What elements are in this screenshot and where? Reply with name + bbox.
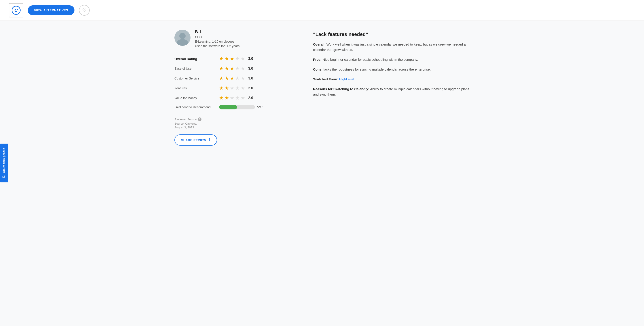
review-reasons: Reasons for Switching to Calendly: Abili… <box>313 86 470 97</box>
features-rating-label: Features <box>174 86 219 90</box>
rating-row-value: Value for Money ★ ★ ★ ★ ★ 2.0 <box>174 95 300 101</box>
star-2: ★ <box>224 85 229 91</box>
star-1: ★ <box>219 56 224 62</box>
review-pros: Pros: Nice beginner calendar for basic s… <box>313 57 470 62</box>
share-review-label: SHARE REVIEW <box>181 139 206 142</box>
star-4: ★ <box>235 75 240 81</box>
share-icon: ⤴ <box>208 138 210 142</box>
star-2: ★ <box>224 56 229 62</box>
service-rating-label: Customer Service <box>174 77 219 80</box>
star-4: ★ <box>235 56 240 62</box>
overall-score: 3.0 <box>248 57 253 61</box>
switched-from-label: Switched From: <box>313 77 338 81</box>
overall-label: Overall: <box>313 42 326 46</box>
logo-letter: C <box>12 6 20 15</box>
star-1: ★ <box>219 75 224 81</box>
avatar <box>174 30 190 46</box>
likelihood-progress-fill <box>219 105 237 109</box>
switched-from-link[interactable]: HighLevel <box>339 77 354 81</box>
star-4: ★ <box>235 95 240 101</box>
pros-label: Pros: <box>313 58 322 61</box>
star-4: ★ <box>235 85 240 91</box>
star-2: ★ <box>224 75 229 81</box>
reviewer-details: B. I. CEO E-Learning, 1-10 employees Use… <box>195 30 240 48</box>
reviewer-source: Reviewer Source ? Source: Capterra Augus… <box>174 118 300 129</box>
star-3: ★ <box>230 56 234 62</box>
product-logo: C <box>9 3 23 17</box>
star-3: ★ <box>230 85 234 91</box>
service-stars: ★ ★ ★ ★ ★ 3.0 <box>219 75 253 81</box>
heart-icon: ♡ <box>82 7 86 13</box>
star-2: ★ <box>224 66 229 71</box>
reviewer-source-label: Reviewer Source <box>174 118 196 121</box>
star-5: ★ <box>240 85 245 91</box>
cons-text: lacks the robustness for syncing multipl… <box>324 67 431 71</box>
favorite-button[interactable]: ♡ <box>79 5 90 16</box>
ratings-section: Overall Rating ★ ★ ★ ★ ★ 3.0 Ease of Use… <box>174 56 300 109</box>
star-5: ★ <box>240 75 245 81</box>
star-5: ★ <box>240 66 245 71</box>
header: C VIEW ALTERNATIVES ♡ <box>0 0 644 21</box>
reviewer-role: CEO <box>195 35 240 39</box>
star-1: ★ <box>219 85 224 91</box>
star-4: ★ <box>235 66 240 71</box>
star-2: ★ <box>224 95 229 101</box>
star-3: ★ <box>230 95 234 101</box>
share-review-button[interactable]: SHARE REVIEW ⤴ <box>174 135 217 146</box>
reviewer-company: E-Learning, 1-10 employees <box>195 40 240 43</box>
cons-label: Cons: <box>313 67 323 71</box>
pros-text: Nice beginner calendar for basic schedul… <box>323 58 418 61</box>
star-3: ★ <box>230 66 234 71</box>
value-rating-label: Value for Money <box>174 96 219 100</box>
info-icon: ? <box>198 118 202 121</box>
reviewer-info: B. I. CEO E-Learning, 1-10 employees Use… <box>174 30 300 48</box>
left-panel: B. I. CEO E-Learning, 1-10 employees Use… <box>174 30 300 146</box>
review-cons: Cons: lacks the robustness for syncing m… <box>313 67 470 72</box>
view-alternatives-button[interactable]: VIEW ALTERNATIVES <box>28 5 74 15</box>
reviewer-name: B. I. <box>195 30 240 34</box>
service-score: 3.0 <box>248 76 253 80</box>
star-5: ★ <box>240 56 245 62</box>
main-content: B. I. CEO E-Learning, 1-10 employees Use… <box>166 21 478 159</box>
rating-row-likelihood: Likelihood to Recommend 5/10 <box>174 105 300 109</box>
reviewer-usage: Used the software for: 1-2 years <box>195 44 240 48</box>
review-overall: Overall: Work well when it was just a si… <box>313 42 470 52</box>
value-stars: ★ ★ ★ ★ ★ 2.0 <box>219 95 253 101</box>
review-switched-from: Switched From: HighLevel <box>313 77 470 82</box>
star-1: ★ <box>219 95 224 101</box>
source-date: August 3, 2023 <box>174 126 300 129</box>
rating-row-overall: Overall Rating ★ ★ ★ ★ ★ 3.0 <box>174 56 300 62</box>
reasons-label: Reasons for Switching to Calendly: <box>313 87 370 91</box>
value-score: 2.0 <box>248 96 253 100</box>
right-panel: "Lack features needed" Overall: Work wel… <box>313 30 470 146</box>
likelihood-bar-wrapper: 5/10 <box>219 105 263 109</box>
overall-text: Work well when it was just a single cale… <box>313 42 466 52</box>
overall-stars: ★ ★ ★ ★ ★ 3.0 <box>219 56 253 62</box>
source-name: Source: Capterra <box>174 122 300 125</box>
features-score: 2.0 <box>248 86 253 90</box>
rating-row-features: Features ★ ★ ★ ★ ★ 2.0 <box>174 85 300 91</box>
rating-row-ease: Ease of Use ★ ★ ★ ★ ★ 3.0 <box>174 66 300 71</box>
claim-profile-label: Claim this profile <box>2 148 6 159</box>
rating-row-service: Customer Service ★ ★ ★ ★ ★ 3.0 <box>174 75 300 81</box>
ease-stars: ★ ★ ★ ★ ★ 3.0 <box>219 66 253 71</box>
overall-rating-label: Overall Rating <box>174 57 219 61</box>
likelihood-label: Likelihood to Recommend <box>174 105 219 109</box>
ease-rating-label: Ease of Use <box>174 67 219 70</box>
features-stars: ★ ★ ★ ★ ★ 2.0 <box>219 85 253 91</box>
likelihood-progress-bar <box>219 105 255 109</box>
ease-score: 3.0 <box>248 67 253 71</box>
star-3: ★ <box>230 75 234 81</box>
review-title: "Lack features needed" <box>313 31 470 37</box>
likelihood-score: 5/10 <box>257 105 263 109</box>
star-5: ★ <box>240 95 245 101</box>
source-label-row: Reviewer Source ? <box>174 118 300 121</box>
star-1: ★ <box>219 66 224 71</box>
claim-profile-sidebar[interactable]: 🏷 Claim this profile <box>0 144 8 159</box>
